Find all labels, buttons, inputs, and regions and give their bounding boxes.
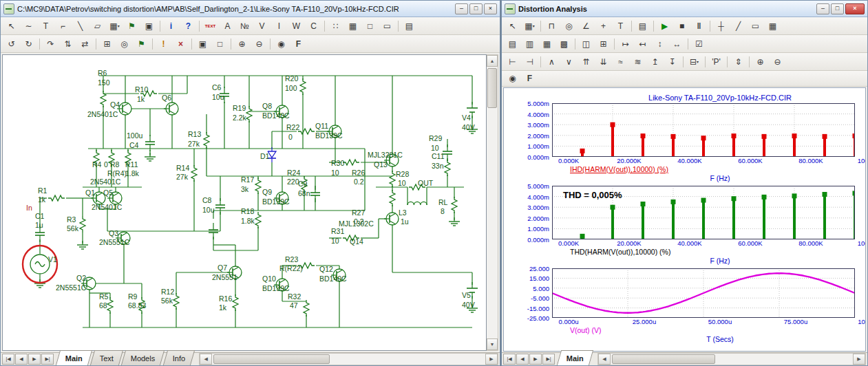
schematic-canvas[interactable]: R6150R101kQ42N5401CQ6C610uR192.2kQ8BD140… bbox=[2, 54, 487, 351]
tab-info[interactable]: Info bbox=[163, 350, 195, 365]
vscroll-thumb[interactable] bbox=[487, 68, 497, 108]
schematic-hscrollbar[interactable]: ◀ ▶ bbox=[199, 353, 498, 365]
attribute-text-toggle-icon[interactable]: A bbox=[219, 19, 236, 34]
prev-data-point-icon[interactable]: ↤ bbox=[634, 36, 651, 52]
tab-main[interactable]: Main bbox=[557, 350, 593, 365]
prev-page-button[interactable]: ◀ bbox=[15, 354, 28, 365]
pane-overlap-icon[interactable]: ▩ bbox=[555, 36, 573, 52]
scroll-right-icon[interactable]: ▶ bbox=[485, 354, 498, 365]
schematic-titlebar[interactable]: C:\MC9\DATA\Petrov\switching distortion\… bbox=[1, 1, 500, 17]
envelope-icon[interactable]: ≋ bbox=[629, 54, 646, 69]
pause-icon[interactable]: ‖ bbox=[690, 19, 708, 34]
hscroll-thumb[interactable] bbox=[213, 354, 330, 364]
peak-icon[interactable]: ∧ bbox=[543, 54, 560, 69]
tab-main[interactable]: Main bbox=[56, 350, 92, 365]
pane-columns-icon[interactable]: ▥ bbox=[521, 36, 538, 52]
curve-checklist-icon[interactable]: ☑ bbox=[690, 36, 708, 52]
scope-mode-icon[interactable]: ⊓ bbox=[543, 19, 560, 34]
pane-grid-icon[interactable]: ▦ bbox=[538, 36, 555, 52]
copy-visible-page-icon[interactable]: □ bbox=[211, 36, 229, 52]
minimize-button[interactable]: – bbox=[816, 3, 829, 14]
animate-icon[interactable]: ◉ bbox=[504, 71, 521, 86]
vout-series-label[interactable]: V(out) (V) bbox=[570, 326, 865, 335]
flip-vertical-icon[interactable]: ⇅ bbox=[59, 36, 76, 52]
title-block-toggle-icon[interactable]: ▭ bbox=[379, 19, 396, 34]
grid-text-toggle-icon[interactable]: TEXT bbox=[202, 19, 219, 34]
prev-page-button[interactable]: ◀ bbox=[516, 354, 529, 365]
picture-mode-icon[interactable]: ▣ bbox=[140, 19, 158, 34]
wire-mode-icon[interactable]: ⌐ bbox=[54, 19, 72, 34]
ihd-series-label[interactable]: IHD(HARM(V(out)),10000) (%) bbox=[570, 165, 865, 174]
scroll-up-icon[interactable]: ▲ bbox=[487, 55, 498, 67]
schematic-vscrollbar[interactable]: ▲ ▼ bbox=[487, 54, 498, 351]
next-data-point-icon[interactable]: ↦ bbox=[617, 36, 634, 52]
ihd-plot[interactable] bbox=[552, 103, 855, 157]
analysis-hscrollbar[interactable]: ◀ ▶ bbox=[597, 353, 866, 365]
component-mode-icon[interactable]: ∼ bbox=[20, 19, 37, 34]
vertical-tag-icon[interactable]: ↕ bbox=[651, 36, 668, 52]
thd-series-label[interactable]: THD(HARM(V(out)),10000) (%) bbox=[570, 248, 865, 257]
zoom-in-icon[interactable]: ⊕ bbox=[233, 36, 251, 52]
zoom-out-icon[interactable]: ⊖ bbox=[769, 54, 786, 69]
redo-icon[interactable]: ↻ bbox=[20, 36, 37, 52]
next-page-button[interactable]: ▶ bbox=[529, 354, 542, 365]
select-mode-icon[interactable]: ↖ bbox=[504, 19, 521, 34]
hscroll-track[interactable] bbox=[212, 354, 485, 365]
hscroll-track[interactable] bbox=[611, 354, 853, 365]
saved-waveforms-icon[interactable]: ⊟▾ bbox=[686, 54, 703, 69]
scroll-down-icon[interactable]: ▼ bbox=[487, 338, 498, 350]
zoom-out-icon[interactable]: ⊖ bbox=[251, 36, 268, 52]
tag-mode-icon[interactable]: + bbox=[595, 19, 612, 34]
info-mode-icon[interactable]: i bbox=[162, 19, 180, 34]
minimize-button[interactable]: – bbox=[455, 3, 468, 14]
first-page-button[interactable]: |◀ bbox=[2, 354, 14, 365]
diagonal-wire-mode-icon[interactable]: ╲ bbox=[72, 19, 89, 34]
tab-text[interactable]: Text bbox=[90, 350, 123, 365]
scroll-left-icon[interactable]: ◀ bbox=[598, 354, 611, 365]
conditions-toggle-icon[interactable]: C bbox=[305, 19, 322, 34]
low-icon[interactable]: ⇊ bbox=[595, 54, 612, 69]
scroll-right-icon[interactable]: ▶ bbox=[853, 354, 865, 365]
powers-toggle-icon[interactable]: W bbox=[288, 19, 305, 34]
border-toggle-icon[interactable]: □ bbox=[361, 19, 379, 34]
zoom-in-icon[interactable]: ⊕ bbox=[752, 54, 769, 69]
grid-mode-icon[interactable]: ▦ bbox=[764, 19, 781, 34]
zoom-window-mode-icon[interactable]: ◎ bbox=[560, 19, 578, 34]
saved-waveforms-caret-icon[interactable]: ▾ bbox=[697, 59, 699, 64]
cancel-mode-icon[interactable]: × bbox=[172, 36, 189, 52]
label-branches-icon[interactable]: 'P' bbox=[708, 54, 725, 69]
text-mode-icon[interactable]: T bbox=[37, 19, 54, 34]
grid-toggle-icon[interactable]: ▦ bbox=[344, 19, 361, 34]
high-icon[interactable]: ⇈ bbox=[578, 54, 595, 69]
graphics-mode-icon[interactable]: ▱ bbox=[89, 19, 106, 34]
component-picker-icon[interactable]: ▦▾ bbox=[521, 19, 538, 34]
go-to-flag-icon[interactable]: ⚑ bbox=[133, 36, 150, 52]
pane-stack-icon[interactable]: ▤ bbox=[504, 36, 521, 52]
frame-toggle-icon[interactable]: ◫ bbox=[578, 36, 595, 52]
cursor-right-icon[interactable]: ⊣ bbox=[521, 54, 538, 69]
scroll-left-icon[interactable]: ◀ bbox=[200, 354, 212, 365]
tab-models[interactable]: Models bbox=[121, 350, 165, 365]
line-mode-icon[interactable]: ╱ bbox=[730, 19, 747, 34]
horizontal-tag-icon[interactable]: ↔ bbox=[668, 36, 686, 52]
animate-icon[interactable]: ◉ bbox=[273, 36, 290, 52]
cursor-left-icon[interactable]: ⊢ bbox=[504, 54, 521, 69]
find-component-icon[interactable]: ▦▾ bbox=[106, 19, 123, 34]
undo-icon[interactable]: ↺ bbox=[3, 36, 20, 52]
text-mode-icon[interactable]: T bbox=[612, 19, 629, 34]
component-picker-caret-icon[interactable]: ▾ bbox=[533, 23, 535, 28]
error-info-icon[interactable]: ! bbox=[155, 36, 172, 52]
flag-mode-icon[interactable]: ⚑ bbox=[123, 19, 140, 34]
properties-icon[interactable]: ▤ bbox=[634, 19, 651, 34]
cursor-mode-icon[interactable]: ┼ bbox=[712, 19, 730, 34]
node-voltages-toggle-icon[interactable]: V bbox=[253, 19, 271, 34]
hscroll-thumb[interactable] bbox=[612, 354, 715, 364]
close-button[interactable]: × bbox=[845, 3, 865, 14]
valley-icon[interactable]: ∨ bbox=[560, 54, 578, 69]
last-page-button[interactable]: ▶| bbox=[41, 354, 54, 365]
copy-entire-window-icon[interactable]: ▣ bbox=[194, 36, 211, 52]
box-mode-icon[interactable]: ▭ bbox=[747, 19, 764, 34]
run-icon[interactable]: ▶ bbox=[656, 19, 673, 34]
maximize-button[interactable]: □ bbox=[831, 3, 844, 14]
step-box-icon[interactable]: ⊞ bbox=[98, 36, 116, 52]
